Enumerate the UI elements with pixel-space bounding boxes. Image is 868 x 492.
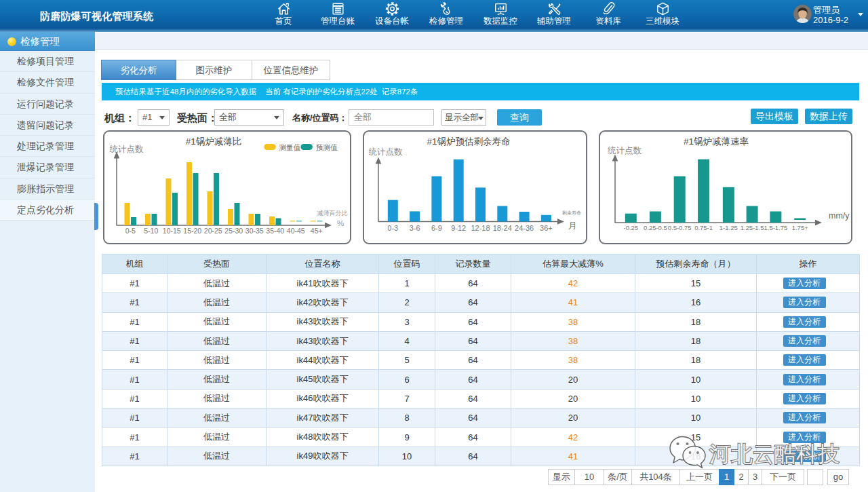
svg-text:30-35: 30-35 [245,227,264,235]
svg-text:1.75+: 1.75+ [792,224,808,231]
svg-text:6-9: 6-9 [431,224,442,232]
svg-text:10-15: 10-15 [163,227,181,235]
svg-text:9-12: 9-12 [451,224,466,232]
svg-text:0.75-1: 0.75-1 [694,224,713,231]
svg-text:1.25-1.5: 1.25-1.5 [741,224,764,231]
svg-text:月: 月 [568,221,577,231]
svg-text:35-40: 35-40 [266,227,284,235]
svg-text:统计点数: 统计点数 [110,145,144,154]
svg-text:0.5-0.75: 0.5-0.75 [668,224,692,231]
svg-text:#1锅炉减薄速率: #1锅炉减薄速率 [684,136,749,147]
svg-text:0-3: 0-3 [387,224,398,232]
svg-text:18-24: 18-24 [493,224,512,232]
svg-text:25-30: 25-30 [224,227,243,235]
svg-text:统计点数: 统计点数 [608,146,642,155]
svg-text:20-25: 20-25 [204,227,222,235]
svg-text:0-5: 0-5 [125,227,136,235]
svg-text:#1锅炉预估剩余寿命: #1锅炉预估剩余寿命 [427,136,510,147]
svg-text:预测值: 预测值 [316,143,338,151]
svg-text:40-45: 40-45 [287,227,305,235]
svg-text:5-10: 5-10 [144,227,158,235]
svg-text:%: % [337,219,344,227]
svg-text:减薄百分比: 减薄百分比 [317,210,348,216]
svg-text:#1锅炉减薄比: #1锅炉减薄比 [186,136,242,147]
svg-text:统计点数: 统计点数 [369,147,403,157]
svg-text:河北云酷科技: 河北云酷科技 [709,442,840,466]
svg-text:mm/y: mm/y [829,211,850,221]
svg-text:36+: 36+ [540,224,553,232]
svg-text:0.25-0.5: 0.25-0.5 [644,224,667,231]
svg-text:-0.25: -0.25 [623,224,638,231]
svg-text:24-36: 24-36 [515,224,534,232]
svg-text:1-1.25: 1-1.25 [719,224,738,231]
svg-text:1.5-1.75: 1.5-1.75 [764,224,787,231]
svg-text:12-18: 12-18 [471,224,490,232]
svg-text:45+: 45+ [311,227,323,235]
svg-text:剩余寿命: 剩余寿命 [562,210,581,216]
svg-text:3-6: 3-6 [410,224,420,232]
svg-text:测量值: 测量值 [279,143,301,151]
svg-text:15-20: 15-20 [183,227,201,235]
